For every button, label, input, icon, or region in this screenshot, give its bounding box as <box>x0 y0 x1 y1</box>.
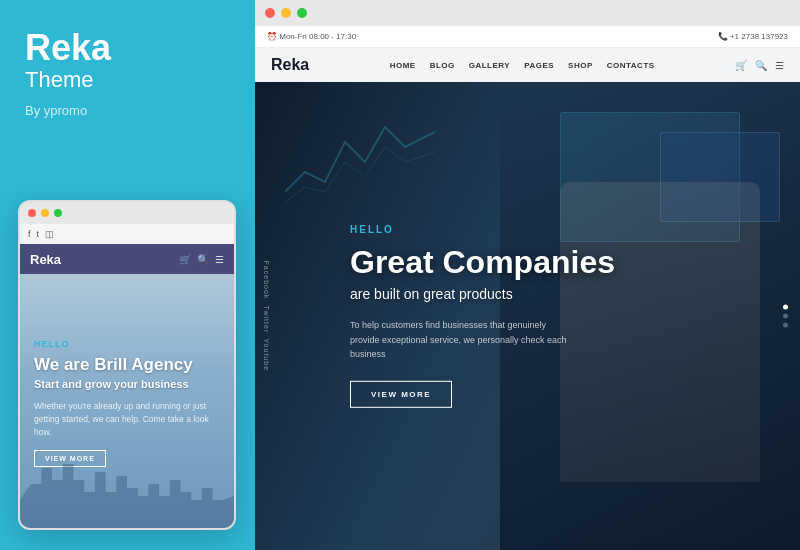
search-icon[interactable]: 🔍 <box>755 60 767 71</box>
desktop-window-bar <box>255 0 800 26</box>
menu-icon[interactable]: ☰ <box>775 60 784 71</box>
mobile-search-icon: 🔍 <box>197 254 209 265</box>
mobile-expand-dot <box>54 209 62 217</box>
hero-hello-label: HELLO <box>350 224 615 235</box>
desktop-main-nav: Reka HOME BLOG GALLERY PAGES SHOP CONTAC… <box>255 48 800 82</box>
hero-cta-button[interactable]: VIEW MORE <box>350 381 452 408</box>
scroll-indicator <box>783 305 788 328</box>
mobile-minimize-dot <box>41 209 49 217</box>
mobile-nav-icons: 🛒 🔍 ☰ <box>179 254 224 265</box>
mobile-social-bar: f t ◫ <box>20 224 234 244</box>
hero-subtitle: are built on great products <box>350 286 615 302</box>
cart-icon[interactable]: 🛒 <box>735 60 747 71</box>
nav-shop[interactable]: SHOP <box>568 61 593 70</box>
scroll-dot-2[interactable] <box>783 314 788 319</box>
mobile-cart-icon: 🛒 <box>179 254 191 265</box>
mobile-nav-bar: Reka 🛒 🔍 ☰ <box>20 244 234 274</box>
mobile-menu-icon: ☰ <box>215 254 224 265</box>
facebook-icon: f <box>28 229 31 239</box>
theme-name: Reka <box>25 30 225 66</box>
author-prefix: By <box>25 103 40 118</box>
mobile-hero-subtitle: Start and grow your business <box>34 378 220 390</box>
right-panel: ⏰ Mon-Fri 08:00 - 17:30 📞 +1 2738 137923… <box>255 0 800 550</box>
nav-contacts[interactable]: CONTACTS <box>607 61 655 70</box>
nav-home[interactable]: HOME <box>390 61 416 70</box>
twitter-sidebar[interactable]: Twitter <box>263 305 270 333</box>
desktop-minimize-dot <box>281 8 291 18</box>
nav-blog[interactable]: BLOG <box>430 61 455 70</box>
youtube-sidebar[interactable]: Youtube <box>263 339 270 371</box>
author-name: ypromo <box>44 103 87 118</box>
desktop-nav-actions: 🛒 🔍 ☰ <box>735 60 784 71</box>
desktop-nav-logo: Reka <box>271 56 309 74</box>
mobile-hero-desc: Whether you're already up and running or… <box>34 400 220 438</box>
social-sidebar: Facebook Twitter Youtube <box>263 261 270 372</box>
instagram-icon: ◫ <box>45 229 54 239</box>
chart-bg <box>285 112 435 212</box>
hero-content: HELLO Great Companies are built on great… <box>350 224 615 408</box>
mobile-hero-title: We are Brill Agency <box>34 355 220 375</box>
mobile-hero: HELLO We are Brill Agency Start and grow… <box>20 274 234 530</box>
mobile-close-dot <box>28 209 36 217</box>
hero-main-title: Great Companies <box>350 245 615 280</box>
desktop-top-nav: ⏰ Mon-Fri 08:00 - 17:30 📞 +1 2738 137923 <box>255 26 800 48</box>
desktop-phone: 📞 +1 2738 137923 <box>718 32 788 41</box>
scroll-dot-1[interactable] <box>783 305 788 310</box>
theme-author: By ypromo <box>25 103 225 118</box>
mobile-hello-label: HELLO <box>34 339 220 349</box>
left-panel: Reka Theme By ypromo f t ◫ Reka 🛒 🔍 ☰ <box>0 0 250 550</box>
twitter-icon: t <box>37 229 40 239</box>
desktop-hero: Facebook Twitter Youtube HELLO Great Com… <box>255 82 800 550</box>
desktop-expand-dot <box>297 8 307 18</box>
desktop-nav-links: HOME BLOG GALLERY PAGES SHOP CONTACTS <box>390 61 655 70</box>
desktop-hours: ⏰ Mon-Fri 08:00 - 17:30 <box>267 32 356 41</box>
mobile-window-bar <box>20 202 234 224</box>
mobile-nav-logo: Reka <box>30 252 61 267</box>
hero-description: To help customers find businesses that g… <box>350 318 570 361</box>
scroll-dot-3[interactable] <box>783 323 788 328</box>
desktop-close-dot <box>265 8 275 18</box>
theme-subtitle: Theme <box>25 66 225 95</box>
facebook-sidebar[interactable]: Facebook <box>263 261 270 300</box>
mobile-preview: f t ◫ Reka 🛒 🔍 ☰ HELLO We are Brill Agen… <box>18 200 236 530</box>
nav-gallery[interactable]: GALLERY <box>469 61 510 70</box>
nav-pages[interactable]: PAGES <box>524 61 554 70</box>
